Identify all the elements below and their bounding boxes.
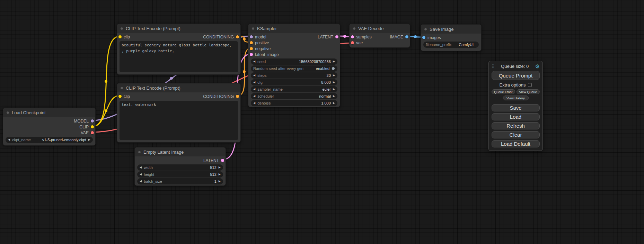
collapse-dot-icon[interactable] — [424, 28, 427, 31]
view-history-button[interactable]: View History — [503, 96, 529, 100]
widget-random-seed-toggle[interactable]: Random seed after every gen enabled — [251, 65, 337, 72]
increment-arrow-icon[interactable]: ▶ — [333, 60, 335, 63]
output-slot-model[interactable] — [91, 119, 94, 123]
input-slot-model[interactable] — [250, 35, 253, 38]
widget-scheduler[interactable]: ◀ scheduler normal ▶ — [251, 93, 337, 99]
output-label-conditioning: CONDITIONING — [203, 94, 234, 99]
toggle-knob-icon[interactable] — [332, 67, 335, 70]
queue-prompt-button[interactable]: Queue Prompt — [492, 71, 540, 80]
extra-options-checkbox[interactable] — [528, 83, 532, 87]
widget-label: steps — [257, 73, 266, 78]
output-slot-image[interactable] — [405, 35, 408, 38]
node-titlebar[interactable]: Empty Latent Image — [135, 147, 226, 156]
prompt-textarea[interactable]: beautiful scenery nature glass bottle la… — [120, 41, 238, 72]
node-title: Load Checkpoint — [12, 110, 46, 115]
decrement-arrow-icon[interactable]: ◀ — [253, 81, 255, 84]
node-clip-text-encode-negative[interactable]: CLIP Text Encode (Prompt) clip CONDITION… — [117, 83, 241, 143]
widget-height[interactable]: ◀ height 512 ▶ — [137, 171, 223, 178]
widget-value: 20 — [327, 73, 331, 78]
widget-label: Random seed after every gen — [253, 66, 303, 71]
increment-arrow-icon[interactable]: ▶ — [219, 180, 221, 183]
decrement-arrow-icon[interactable]: ◀ — [140, 166, 142, 169]
output-slot-conditioning[interactable] — [236, 35, 239, 38]
increment-arrow-icon[interactable]: ▶ — [333, 95, 335, 98]
input-slot-images[interactable] — [422, 36, 425, 39]
output-slot-clip[interactable] — [91, 125, 94, 128]
input-slot-samples[interactable] — [351, 35, 354, 38]
widget-label: scheduler — [257, 94, 274, 98]
widget-sampler-name[interactable]: ◀ sampler_name euler ▶ — [251, 86, 337, 92]
decrement-arrow-icon[interactable]: ◀ — [253, 60, 255, 63]
drag-handle-icon[interactable]: ⠿ — [492, 64, 495, 69]
input-slot-positive[interactable] — [250, 41, 253, 44]
widget-filename-prefix[interactable]: filename_prefix ComfyUI — [423, 42, 479, 48]
output-slot-latent[interactable] — [335, 35, 338, 38]
node-titlebar[interactable]: CLIP Text Encode (Prompt) — [117, 24, 240, 33]
node-titlebar[interactable]: Load Checkpoint — [3, 108, 95, 117]
input-slot-clip[interactable] — [118, 35, 122, 38]
widget-value: v1-5-pruned-emaonly.ckpt — [42, 138, 86, 142]
node-ksampler[interactable]: KSampler model LATENT positive — [248, 24, 340, 107]
output-label-latent: LATENT — [318, 35, 333, 39]
widget-label: cfg — [257, 80, 263, 84]
widget-label: filename_prefix — [426, 43, 452, 47]
link-midpoint-dot — [105, 80, 107, 83]
widget-batch-size[interactable]: ◀ batch_size 1 ▶ — [137, 178, 223, 184]
input-label-model: model — [255, 35, 266, 39]
load-default-button[interactable]: Load Default — [492, 140, 540, 147]
widget-cfg[interactable]: ◀ cfg 8.000 ▶ — [251, 79, 337, 85]
graph-canvas[interactable]: Load Checkpoint MODEL CLIP VAE — [0, 0, 644, 244]
output-slot-conditioning[interactable] — [236, 95, 239, 98]
node-empty-latent-image[interactable]: Empty Latent Image LATENT ◀ width 512 ▶ … — [134, 147, 226, 186]
widget-denoise[interactable]: ◀ denoise 1.000 ▶ — [251, 100, 337, 106]
decrement-arrow-icon[interactable]: ◀ — [253, 88, 255, 91]
collapse-dot-icon[interactable] — [6, 111, 9, 114]
refresh-button[interactable]: Refresh — [492, 122, 540, 129]
link-midpoint-dot — [414, 35, 417, 38]
node-titlebar[interactable]: VAE Decode — [350, 24, 410, 33]
increment-arrow-icon[interactable]: ▶ — [333, 102, 335, 105]
increment-arrow-icon[interactable]: ▶ — [333, 88, 335, 91]
input-slot-negative[interactable] — [250, 47, 253, 50]
settings-gear-icon[interactable]: ⚙ — [535, 64, 540, 69]
increment-arrow-icon[interactable]: ▶ — [88, 138, 90, 141]
widget-steps[interactable]: ◀ steps 20 ▶ — [251, 72, 337, 79]
input-slot-vae[interactable] — [351, 41, 354, 44]
widget-seed[interactable]: ◀ seed 156680208700286 ▶ — [251, 58, 337, 65]
decrement-arrow-icon[interactable]: ◀ — [253, 74, 255, 77]
decrement-arrow-icon[interactable]: ◀ — [8, 138, 10, 141]
queue-front-button[interactable]: Queue Front — [492, 89, 515, 94]
increment-arrow-icon[interactable]: ▶ — [219, 173, 221, 176]
clear-button[interactable]: Clear — [492, 131, 540, 138]
input-slot-clip[interactable] — [118, 95, 122, 98]
widget-value: 512 — [210, 165, 216, 170]
node-clip-text-encode-positive[interactable]: CLIP Text Encode (Prompt) clip CONDITION… — [117, 24, 241, 75]
increment-arrow-icon[interactable]: ▶ — [219, 166, 221, 169]
node-load-checkpoint[interactable]: Load Checkpoint MODEL CLIP VAE — [3, 108, 96, 146]
output-slot-vae[interactable] — [91, 131, 94, 134]
decrement-arrow-icon[interactable]: ◀ — [253, 95, 255, 98]
view-queue-button[interactable]: View Queue — [517, 89, 540, 94]
widget-width[interactable]: ◀ width 512 ▶ — [137, 164, 223, 171]
load-button[interactable]: Load — [492, 113, 540, 120]
collapse-dot-icon[interactable] — [252, 27, 255, 30]
increment-arrow-icon[interactable]: ▶ — [333, 81, 335, 84]
collapse-dot-icon[interactable] — [120, 27, 123, 30]
node-titlebar[interactable]: Save Image — [421, 25, 481, 34]
decrement-arrow-icon[interactable]: ◀ — [140, 173, 142, 176]
collapse-dot-icon[interactable] — [353, 27, 356, 30]
node-titlebar[interactable]: KSampler — [248, 24, 340, 33]
node-save-image[interactable]: Save Image images filename_prefix ComfyU… — [421, 24, 482, 51]
collapse-dot-icon[interactable] — [138, 151, 141, 154]
input-slot-latent-image[interactable] — [250, 53, 253, 56]
decrement-arrow-icon[interactable]: ◀ — [140, 180, 142, 183]
output-slot-latent[interactable] — [221, 159, 224, 162]
node-vae-decode[interactable]: VAE Decode samples IMAGE vae — [349, 24, 410, 48]
prompt-textarea[interactable]: text, watermark — [120, 101, 238, 140]
widget-ckpt-name[interactable]: ◀ ckpt_name v1-5-pruned-emaonly.ckpt ▶ — [6, 137, 93, 143]
collapse-dot-icon[interactable] — [120, 87, 123, 90]
decrement-arrow-icon[interactable]: ◀ — [253, 102, 255, 105]
increment-arrow-icon[interactable]: ▶ — [333, 74, 335, 77]
save-button[interactable]: Save — [492, 104, 540, 111]
node-titlebar[interactable]: CLIP Text Encode (Prompt) — [117, 83, 240, 92]
